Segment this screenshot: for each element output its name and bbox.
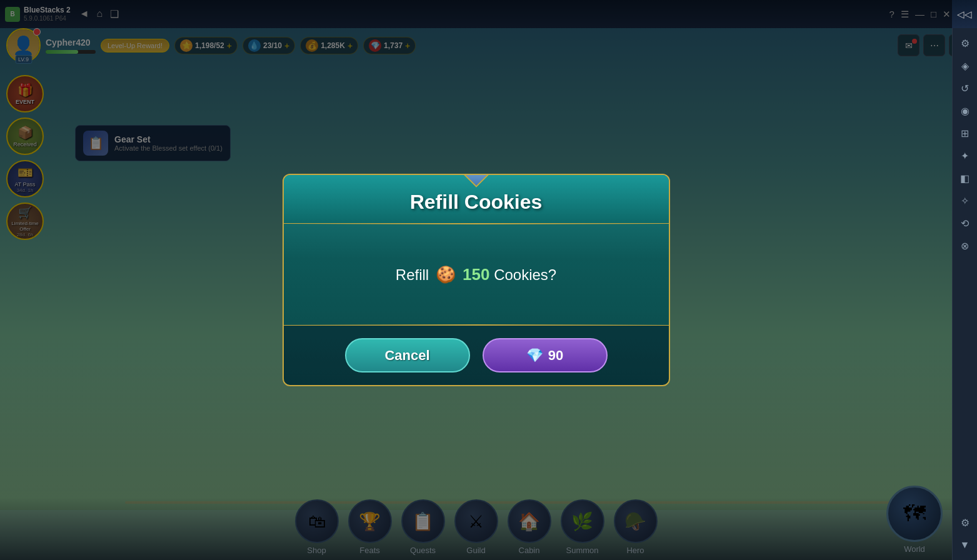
bs-tool-2[interactable]: ◈: [955, 56, 975, 76]
modal-footer: Cancel 💎 90: [284, 325, 669, 385]
bs-tool-6[interactable]: ✦: [955, 146, 975, 166]
refill-description: Refill 🍪 150 Cookies?: [396, 265, 556, 284]
bs-settings-icon[interactable]: ⚙: [955, 512, 975, 532]
bs-tool-3[interactable]: ↺: [955, 78, 975, 98]
cancel-button[interactable]: Cancel: [345, 338, 470, 372]
bs-tool-5[interactable]: ⊞: [955, 123, 975, 143]
bs-tool-4[interactable]: ◉: [955, 101, 975, 121]
refill-prefix: Refill: [396, 266, 429, 283]
confirm-button[interactable]: 💎 90: [483, 338, 608, 372]
bs-tool-7[interactable]: ◧: [955, 168, 975, 188]
bs-tool-1[interactable]: ⚙: [955, 33, 975, 53]
collapse-icon[interactable]: ◁◁: [957, 9, 972, 20]
bs-tool-10[interactable]: ⊗: [955, 236, 975, 256]
right-sidebar: ⚙ ◈ ↺ ◉ ⊞ ✦ ◧ ✧ ⟲ ⊗ ⚙ ▼: [952, 28, 977, 560]
bs-tool-8[interactable]: ✧: [955, 191, 975, 211]
modal-body: Refill 🍪 150 Cookies?: [284, 224, 669, 324]
refill-suffix: Cookies?: [494, 266, 556, 283]
confirm-gem-icon: 💎: [526, 348, 543, 364]
refill-cookies-modal: Refill Cookies Refill 🍪 150 Cookies? Can…: [283, 174, 670, 386]
bs-collapse-icon[interactable]: ▼: [955, 535, 975, 555]
cookie-icon: 🍪: [436, 265, 460, 284]
refill-amount: 150: [463, 265, 489, 284]
modal-title: Refill Cookies: [296, 191, 656, 214]
confirm-cost: 90: [548, 348, 563, 364]
bs-tool-9[interactable]: ⟲: [955, 213, 975, 233]
